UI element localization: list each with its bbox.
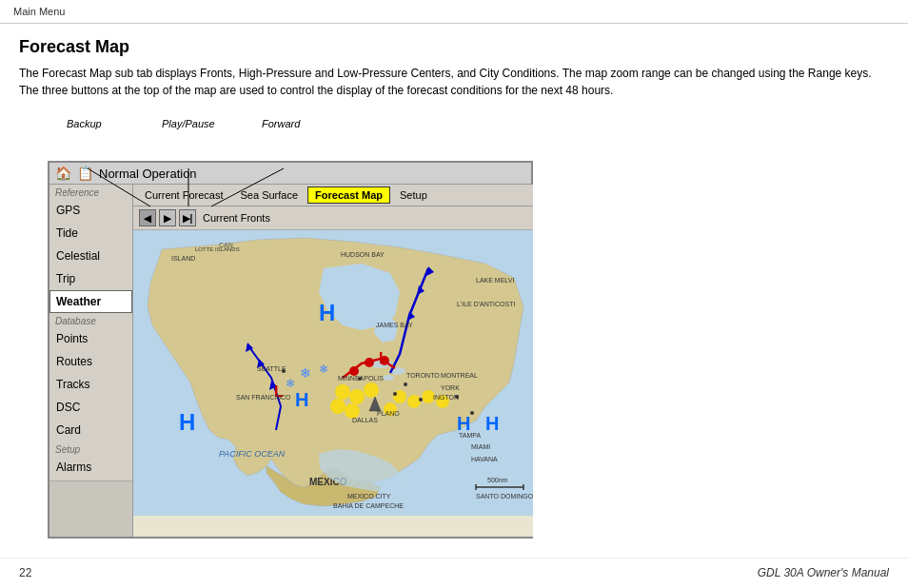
sidebar-item-card[interactable]: Card <box>49 419 132 441</box>
svg-text:H: H <box>179 409 195 435</box>
map-area: Current Forecast Sea Surface Forecast Ma… <box>133 185 533 537</box>
svg-text:ISLAND: ISLAND <box>171 255 195 262</box>
svg-text:MIAMI: MIAMI <box>471 443 490 450</box>
svg-text:INGTON: INGTON <box>433 394 459 401</box>
svg-text:H: H <box>485 413 499 434</box>
svg-text:DALLAS: DALLAS <box>352 417 378 423</box>
sidebar-item-tide[interactable]: Tide <box>49 222 132 245</box>
device-frame: 🏠 📋 Normal Operation Reference GPS Tide … <box>48 161 533 539</box>
map-canvas: H H H H H L L <box>133 230 533 537</box>
diagram-area: Backup Play/Pause Forward 🏠 📋 Normal Ope… <box>48 118 889 539</box>
svg-text:MEXICO CITY: MEXICO CITY <box>347 493 391 500</box>
sidebar-item-routes[interactable]: Routes <box>49 350 132 373</box>
svg-text:MINNEAPOLIS: MINNEAPOLIS <box>338 375 384 382</box>
btn-forward[interactable]: ▶| <box>179 209 196 226</box>
svg-text:HUDSON BAY: HUDSON BAY <box>341 251 385 258</box>
svg-text:TORONTO: TORONTO <box>406 372 440 379</box>
svg-text:CAN: CAN <box>219 242 233 248</box>
sidebar-item-trip[interactable]: Trip <box>49 267 132 290</box>
svg-text:L: L <box>379 350 388 366</box>
svg-text:500nm: 500nm <box>487 477 508 483</box>
tab-forecast-map[interactable]: Forecast Map <box>307 186 390 204</box>
sidebar-item-weather[interactable]: Weather <box>49 290 132 313</box>
sidebar-item-dsc[interactable]: DSC <box>49 396 132 419</box>
callout-backup: Backup <box>67 118 102 129</box>
device-icon-2: 📋 <box>77 166 93 181</box>
svg-text:PLANO: PLANO <box>377 410 400 417</box>
svg-text:❄: ❄ <box>286 377 295 390</box>
svg-point-22 <box>364 382 379 398</box>
svg-text:LAKE MELVI: LAKE MELVI <box>476 277 514 284</box>
page-description: The Forecast Map sub tab displays Fronts… <box>19 65 876 99</box>
svg-point-26 <box>407 395 421 408</box>
sidebar-item-tracks[interactable]: Tracks <box>49 373 132 396</box>
sidebar-item-gps[interactable]: GPS <box>49 199 132 222</box>
svg-text:L'ILE D'ANTICOSTI: L'ILE D'ANTICOSTI <box>457 301 515 307</box>
svg-point-37 <box>419 398 423 402</box>
map-controls: ◀ ▶ ▶| Current Fronts <box>133 206 533 230</box>
page-title: Forecast Map <box>19 37 889 57</box>
svg-text:JAMES BAY: JAMES BAY <box>376 322 413 328</box>
svg-text:PACIFIC OCEAN: PACIFIC OCEAN <box>219 449 286 459</box>
svg-text:SANTO DOMINGO: SANTO DOMINGO <box>476 493 533 500</box>
svg-text:MONTREAL: MONTREAL <box>441 372 478 379</box>
page-footer: 22 GDL 30A Owner's Manual <box>0 558 908 587</box>
svg-text:❄: ❄ <box>300 365 311 381</box>
sidebar-reference-label: Reference <box>49 185 132 199</box>
sidebar-setup-label: Setup <box>49 441 132 456</box>
svg-text:H: H <box>457 413 470 434</box>
current-fronts-label: Current Fronts <box>203 212 270 224</box>
svg-text:BAHIA DE CAMPECHE: BAHIA DE CAMPECHE <box>333 502 404 509</box>
svg-text:SAN FRANCISCO: SAN FRANCISCO <box>236 394 291 401</box>
sidebar-item-celestial[interactable]: Celestial <box>49 245 132 267</box>
callout-forward: Forward <box>262 118 300 129</box>
svg-text:TAMPA: TAMPA <box>459 432 481 439</box>
svg-text:H: H <box>295 389 308 410</box>
svg-point-20 <box>335 384 350 400</box>
callout-playpause: Play/Pause <box>162 118 215 129</box>
svg-point-38 <box>470 411 474 415</box>
device-icon-1: 🏠 <box>55 166 71 181</box>
page-number: 22 <box>19 566 31 579</box>
svg-text:SEATTLE: SEATTLE <box>257 365 286 372</box>
device-top-bar: 🏠 📋 Normal Operation <box>49 163 531 185</box>
tab-current-forecast[interactable]: Current Forecast <box>137 186 231 204</box>
tab-sea-surface[interactable]: Sea Surface <box>233 186 306 204</box>
device-content: Reference GPS Tide Celestial Trip Weathe… <box>49 185 531 537</box>
map-svg: H H H H H L L <box>133 230 533 516</box>
sidebar: Reference GPS Tide Celestial Trip Weathe… <box>49 185 133 537</box>
sidebar-database-label: Database <box>49 313 132 327</box>
svg-point-3 <box>383 375 394 381</box>
svg-point-23 <box>330 399 345 414</box>
svg-text:H: H <box>319 300 335 325</box>
svg-text:❄: ❄ <box>319 363 328 376</box>
svg-text:YORK: YORK <box>441 384 460 391</box>
map-tabs: Current Forecast Sea Surface Forecast Ma… <box>133 185 533 206</box>
svg-point-21 <box>349 389 365 404</box>
manual-title: GDL 30A Owner's Manual <box>758 566 889 579</box>
btn-play[interactable]: ▶ <box>159 209 176 226</box>
svg-point-40 <box>393 392 397 396</box>
svg-text:HAVANA: HAVANA <box>471 456 498 462</box>
normal-operation-text: Normal Operation <box>99 167 197 181</box>
tab-setup[interactable]: Setup <box>392 186 435 204</box>
main-menu-label: Main Menu <box>13 6 65 17</box>
svg-point-8 <box>365 358 374 367</box>
top-bar: Main Menu <box>0 0 908 24</box>
sidebar-item-points[interactable]: Points <box>49 327 132 350</box>
svg-point-36 <box>404 382 407 386</box>
content-area: Forecast Map The Forecast Map sub tab di… <box>0 24 908 548</box>
btn-back[interactable]: ◀ <box>139 209 156 226</box>
callout-labels-row: Backup Play/Pause Forward <box>48 118 533 151</box>
sidebar-item-alarms[interactable]: Alarms <box>49 456 132 479</box>
